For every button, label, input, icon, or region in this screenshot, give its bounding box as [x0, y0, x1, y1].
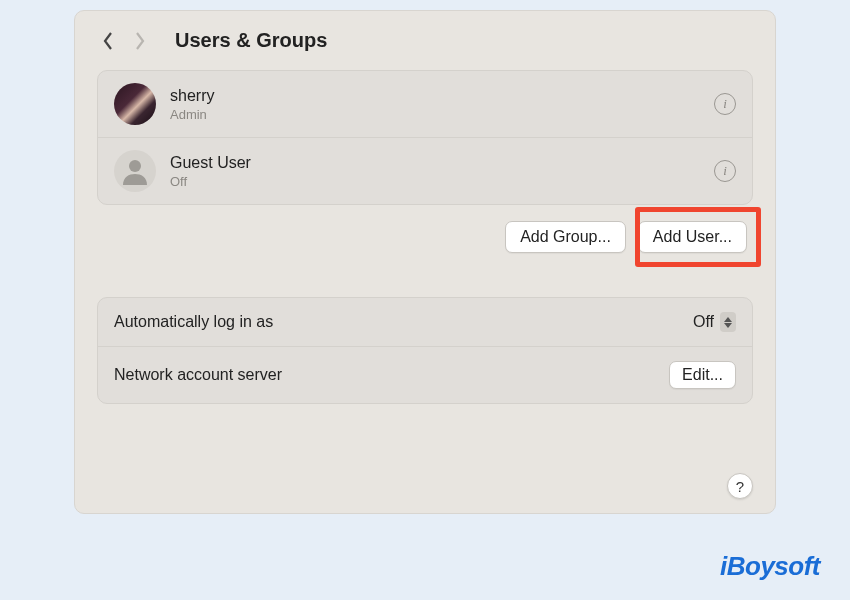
user-info: sherry Admin [170, 87, 700, 122]
add-group-button[interactable]: Add Group... [505, 221, 626, 253]
network-server-row: Network account server Edit... [98, 346, 752, 403]
setting-label: Network account server [114, 366, 282, 384]
add-user-button[interactable]: Add User... [638, 221, 747, 253]
svg-marker-2 [724, 323, 732, 328]
svg-point-0 [129, 160, 141, 172]
user-role: Off [170, 174, 700, 189]
user-row-guest[interactable]: Guest User Off i [98, 137, 752, 204]
svg-marker-1 [724, 317, 732, 322]
auto-login-select[interactable]: Off [693, 312, 736, 332]
action-buttons: Add Group... Add User... [97, 221, 753, 253]
auto-login-row: Automatically log in as Off [98, 298, 752, 346]
info-icon[interactable]: i [714, 93, 736, 115]
page-title: Users & Groups [175, 29, 327, 52]
user-name: sherry [170, 87, 700, 105]
setting-label: Automatically log in as [114, 313, 273, 331]
panel-header: Users & Groups [97, 29, 753, 52]
users-groups-panel: Users & Groups sherry Admin i Guest User… [74, 10, 776, 514]
watermark-logo: iBoysoft [720, 551, 820, 582]
chevron-updown-icon [720, 312, 736, 332]
avatar [114, 83, 156, 125]
user-role: Admin [170, 107, 700, 122]
info-icon[interactable]: i [714, 160, 736, 182]
settings-list: Automatically log in as Off Network acco… [97, 297, 753, 404]
avatar [114, 150, 156, 192]
back-button[interactable] [101, 30, 115, 52]
edit-button[interactable]: Edit... [669, 361, 736, 389]
forward-button[interactable] [133, 30, 147, 52]
select-value: Off [693, 313, 714, 331]
help-button[interactable]: ? [727, 473, 753, 499]
user-name: Guest User [170, 154, 700, 172]
users-list: sherry Admin i Guest User Off i [97, 70, 753, 205]
user-info: Guest User Off [170, 154, 700, 189]
user-row-sherry[interactable]: sherry Admin i [98, 71, 752, 137]
